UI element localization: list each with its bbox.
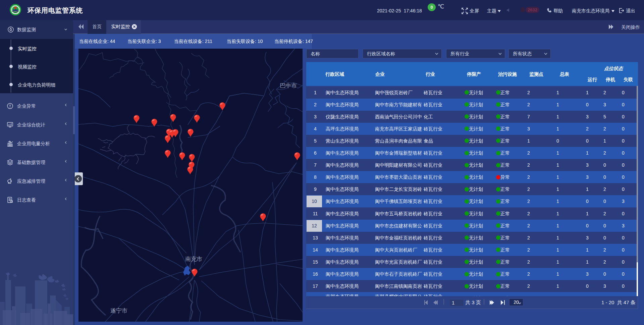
svg-text:南充市: 南充市 (185, 256, 202, 262)
svg-text:巴中市: 巴中市 (280, 83, 297, 89)
svg-text:遂宁市: 遂宁市 (110, 308, 127, 314)
